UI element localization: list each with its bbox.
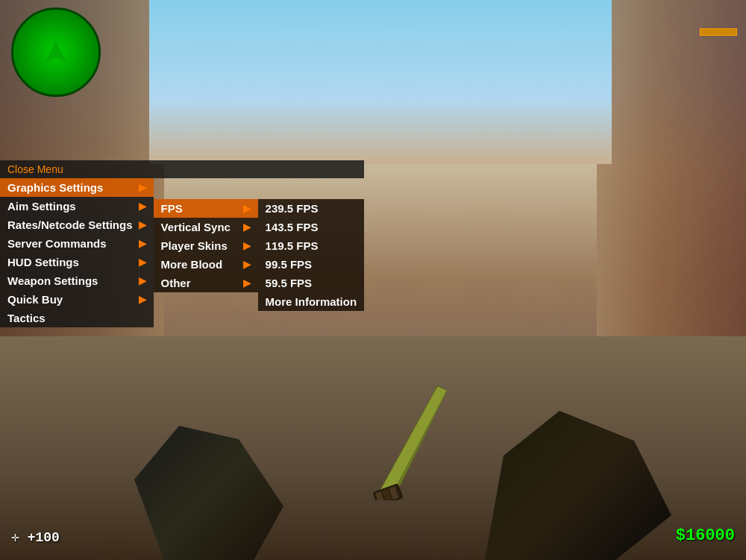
submenu-item-vsync[interactable]: Vertical Sync ▶ (154, 218, 258, 236)
menu-overlay: Close Menu Graphics Settings ▶ Aim Setti… (0, 160, 364, 327)
arrow-icon: ▶ (243, 240, 251, 251)
radar (11, 7, 101, 97)
fps-options-column: 239.5 FPS 143.5 FPS 119.5 FPS 99.5 FPS 5… (258, 199, 365, 311)
graphics-submenu-column: FPS ▶ Vertical Sync ▶ Player Skins ▶ Mor… (154, 199, 258, 292)
fps-option-59[interactable]: 59.5 FPS (258, 274, 365, 292)
fps-option-99[interactable]: 99.5 FPS (258, 255, 365, 274)
health-icon: ✛ (11, 530, 28, 545)
arrow-icon: ▶ (139, 294, 146, 305)
menu-item-quick-buy[interactable]: Quick Buy ▶ (0, 290, 154, 309)
arrow-icon: ▶ (243, 221, 251, 233)
radar-indicator (45, 41, 67, 63)
sky (149, 0, 612, 164)
fps-option-239[interactable]: 239.5 FPS (258, 199, 365, 218)
submenu-item-more-blood[interactable]: More Blood ▶ (154, 255, 258, 274)
arrow-icon: ▶ (243, 259, 251, 270)
fps-option-119[interactable]: 119.5 FPS (258, 236, 365, 255)
ammo-bar (700, 28, 737, 36)
arrow-icon: ▶ (139, 201, 146, 212)
close-menu-item[interactable]: Close Menu (0, 160, 364, 178)
fps-more-information[interactable]: More Information (258, 292, 365, 311)
menu-columns: Graphics Settings ▶ Aim Settings ▶ Rates… (0, 178, 364, 327)
arrow-icon: ▶ (243, 277, 251, 289)
submenu-item-other[interactable]: Other ▶ (154, 274, 258, 292)
money-display: $16000 (676, 526, 735, 545)
health-display: ✛ +100 (11, 529, 60, 545)
svg-marker-0 (354, 383, 475, 500)
weapon-area (0, 396, 746, 560)
svg-marker-1 (363, 390, 475, 497)
fps-option-143[interactable]: 143.5 FPS (258, 218, 365, 236)
right-hand (485, 411, 671, 560)
arrow-icon: ▶ (139, 219, 146, 230)
menu-item-graphics-settings[interactable]: Graphics Settings ▶ (0, 178, 154, 197)
menu-item-tactics[interactable]: Tactics (0, 309, 154, 327)
knife (343, 381, 492, 500)
menu-item-rates-netcode[interactable]: Rates/Netcode Settings ▶ (0, 215, 154, 234)
menu-item-weapon-settings[interactable]: Weapon Settings ▶ (0, 271, 154, 290)
submenu-item-fps[interactable]: FPS ▶ (154, 199, 258, 218)
arrow-icon: ▶ (139, 238, 146, 249)
arrow-icon: ▶ (139, 257, 146, 268)
menu-item-aim-settings[interactable]: Aim Settings ▶ (0, 197, 154, 215)
arrow-icon: ▶ (243, 203, 251, 214)
arrow-icon: ▶ (139, 182, 146, 193)
menu-item-server-commands[interactable]: Server Commands ▶ (0, 234, 154, 253)
main-menu-column: Graphics Settings ▶ Aim Settings ▶ Rates… (0, 178, 154, 327)
arrow-icon: ▶ (139, 275, 146, 286)
menu-item-hud-settings[interactable]: HUD Settings ▶ (0, 253, 154, 271)
submenu-item-player-skins[interactable]: Player Skins ▶ (154, 236, 258, 255)
left-hand (134, 426, 283, 560)
